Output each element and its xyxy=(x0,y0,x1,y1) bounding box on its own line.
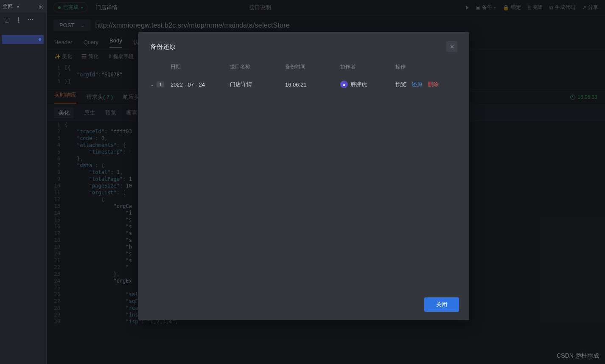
more-icon[interactable]: ⋯ xyxy=(28,16,34,23)
sidebar-toolbar: ▢ ⭳ ⋯ xyxy=(0,13,46,26)
col-name: 接口名称 xyxy=(230,63,285,70)
sidebar: 全部 ▾ ◎ ▢ ⭳ ⋯ xyxy=(0,0,47,364)
chevron-down-icon: ▾ xyxy=(17,4,19,9)
close-button[interactable]: 关闭 xyxy=(424,297,459,312)
chevron-down-icon: ⌄ xyxy=(150,82,154,87)
sidebar-item-active[interactable] xyxy=(2,35,44,44)
close-icon: ✕ xyxy=(450,44,454,50)
row-expand[interactable]: ⌄ 1 xyxy=(150,81,171,87)
modal-title: 备份还原 xyxy=(150,43,176,51)
download-icon[interactable]: ⭳ xyxy=(16,16,22,23)
sidebar-filter-label: 全部 xyxy=(3,3,13,10)
col-date: 日期 xyxy=(171,63,230,70)
backup-restore-modal: 备份还原 ✕ 日期 接口名称 备份时间 协作者 操作 ⌄ 1 2022 - 07… xyxy=(138,32,469,320)
row-count-badge: 1 xyxy=(157,81,164,87)
col-author: 协作者 xyxy=(340,63,395,70)
target-icon[interactable]: ◎ xyxy=(39,3,44,10)
new-file-icon[interactable]: ▢ xyxy=(4,16,10,23)
avatar: ● xyxy=(340,81,348,88)
action-delete[interactable]: 删除 xyxy=(428,81,439,88)
cell-date: 2022 - 07 - 24 xyxy=(171,81,230,88)
col-actions: 操作 xyxy=(395,63,457,70)
watermark: CSDN @杜雨成 xyxy=(557,352,599,360)
action-restore[interactable]: 还原 xyxy=(412,81,423,88)
cell-author: ● 胖胖虎 xyxy=(340,81,395,88)
cell-time: 16:06:21 xyxy=(285,81,340,88)
sidebar-filter-dropdown[interactable]: 全部 ▾ ◎ xyxy=(0,0,46,13)
table-row: ⌄ 1 2022 - 07 - 24 门店详情 16:06:21 ● 胖胖虎 预… xyxy=(150,76,457,93)
modal-footer: 关闭 xyxy=(138,290,469,320)
modal-body: 日期 接口名称 备份时间 协作者 操作 ⌄ 1 2022 - 07 - 24 门… xyxy=(138,60,469,290)
col-time: 备份时间 xyxy=(285,63,340,70)
cell-actions: 预览 还原 删除 xyxy=(395,81,457,88)
action-preview[interactable]: 预览 xyxy=(395,81,406,88)
modal-header: 备份还原 ✕ xyxy=(138,32,469,60)
cell-name: 门店详情 xyxy=(230,81,285,88)
modal-close-button[interactable]: ✕ xyxy=(446,41,457,52)
table-header: 日期 接口名称 备份时间 协作者 操作 xyxy=(150,60,457,76)
